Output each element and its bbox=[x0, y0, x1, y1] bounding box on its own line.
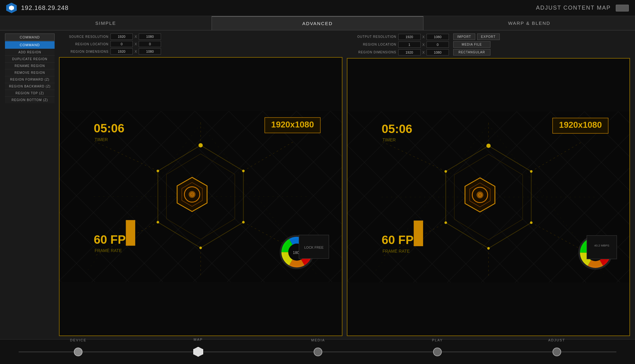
svg-point-31 bbox=[199, 246, 202, 249]
menu-rename-region[interactable]: RENAME REGION bbox=[5, 62, 55, 69]
step-media-label: MEDIA bbox=[311, 338, 325, 342]
svg-point-65 bbox=[486, 144, 490, 148]
region-dim-right-y[interactable] bbox=[427, 49, 449, 55]
step-device-label: DEVICE bbox=[70, 338, 87, 342]
top-bar-right: ADJUST CONTENT MAP bbox=[536, 5, 629, 11]
svg-text:40.2 MBPS: 40.2 MBPS bbox=[594, 244, 609, 247]
region-dim-left-x[interactable] bbox=[110, 48, 133, 55]
output-res-x[interactable] bbox=[398, 34, 421, 40]
step-device-indicator bbox=[74, 348, 83, 356]
svg-text:LOCK FREE: LOCK FREE bbox=[304, 246, 324, 249]
svg-text:1920x1080: 1920x1080 bbox=[559, 120, 602, 130]
step-map-label: MAP bbox=[194, 338, 203, 341]
toggle-button[interactable] bbox=[616, 5, 629, 11]
svg-rect-34 bbox=[126, 220, 135, 246]
menu-region-top[interactable]: REGION TOP (Z) bbox=[5, 90, 55, 96]
menu-region-forward[interactable]: REGION FORWARD (Z) bbox=[5, 76, 55, 83]
svg-point-70 bbox=[444, 170, 447, 173]
svg-point-67 bbox=[530, 221, 532, 224]
page-title: ADJUST CONTENT MAP bbox=[536, 5, 611, 11]
menu-region-backward[interactable]: REGION BACKWARD (Z) bbox=[5, 83, 55, 90]
left-panel-controls: SOURCE RESOLUTION X REGION LOCATION X RE… bbox=[59, 33, 342, 55]
svg-text:05:06: 05:06 bbox=[382, 122, 412, 135]
region-dim-left-y[interactable] bbox=[139, 48, 161, 55]
region-location-right-label: REGION LOCATION bbox=[347, 43, 396, 46]
step-play-label: PLAY bbox=[432, 338, 443, 342]
left-preview-inner: ⚙ 1920x1080 05:06 TIMER 60 FPS FRAME RAT… bbox=[60, 58, 342, 335]
menu-region-bottom[interactable]: REGION BOTTOM (Z) bbox=[5, 96, 55, 103]
step-media-indicator bbox=[314, 348, 322, 356]
region-location-left-row: REGION LOCATION X bbox=[59, 41, 342, 47]
tab-warp-blend[interactable]: WARP & BLEND bbox=[423, 16, 635, 30]
left-preview-panel: SOURCE RESOLUTION X REGION LOCATION X RE… bbox=[59, 33, 342, 336]
svg-text:05:06: 05:06 bbox=[94, 122, 124, 135]
region-loc-right-x[interactable] bbox=[398, 42, 421, 48]
svg-text:FRAME RATE: FRAME RATE bbox=[382, 249, 409, 254]
source-res-y[interactable] bbox=[139, 33, 161, 40]
tabs-bar: SIMPLE ADVANCED WARP & BLEND bbox=[0, 16, 635, 30]
tab-advanced[interactable]: ADVANCED bbox=[212, 16, 424, 30]
region-location-left-label: REGION LOCATION bbox=[59, 42, 109, 46]
source-resolution-row: SOURCE RESOLUTION X bbox=[59, 33, 342, 40]
region-loc-left-x[interactable] bbox=[110, 41, 133, 47]
region-dimensions-right-row: REGION DIMENSIONS X RECTANGULAR bbox=[347, 49, 630, 55]
menu-duplicate-region[interactable]: DUPLICATE REGION bbox=[5, 55, 55, 62]
output-resolution-label: OUTPUT RESOLUTION bbox=[347, 35, 396, 38]
ip-address: 192.168.29.248 bbox=[21, 4, 69, 11]
svg-point-33 bbox=[157, 170, 159, 172]
step-map[interactable]: MAP bbox=[193, 347, 203, 357]
svg-point-69 bbox=[444, 221, 447, 224]
svg-text:FRAME RATE: FRAME RATE bbox=[95, 248, 122, 253]
output-res-y[interactable] bbox=[427, 34, 449, 40]
step-media[interactable]: MEDIA bbox=[314, 348, 322, 356]
menu-remove-region[interactable]: REMOVE REGION bbox=[5, 69, 55, 76]
menu-add-region[interactable]: ADD REGION bbox=[5, 49, 55, 55]
svg-text:1920x1080: 1920x1080 bbox=[271, 120, 314, 129]
import-export-row: IMPORT EXPORT bbox=[453, 33, 500, 40]
svg-point-28 bbox=[199, 143, 203, 148]
command-dropdown[interactable]: COMMAND bbox=[5, 33, 55, 41]
step-map-indicator bbox=[193, 347, 203, 357]
region-dimensions-left-row: REGION DIMENSIONS X bbox=[59, 48, 342, 55]
source-res-x[interactable] bbox=[110, 33, 133, 40]
svg-point-66 bbox=[530, 170, 532, 173]
step-play[interactable]: PLAY bbox=[433, 348, 442, 356]
logo-inner bbox=[9, 6, 14, 11]
region-dim-right-x[interactable] bbox=[398, 49, 421, 55]
svg-rect-72 bbox=[587, 236, 616, 259]
step-play-indicator bbox=[433, 348, 442, 356]
step-adjust-indicator bbox=[552, 348, 561, 356]
svg-text:TIMER: TIMER bbox=[95, 137, 108, 142]
svg-text:TIMER: TIMER bbox=[382, 138, 396, 142]
main-content: COMMAND COMMAND ADD REGION DUPLICATE REG… bbox=[0, 30, 635, 339]
progress-steps: DEVICE MAP MEDIA PLAY ADJUST bbox=[19, 347, 616, 357]
top-bar-left: 192.168.29.248 bbox=[6, 3, 69, 13]
right-preview-inner: ⚙ 1920x1080 05:06 TIMER 60 FPS FRAME RAT… bbox=[347, 59, 630, 335]
command-selected[interactable]: COMMAND bbox=[5, 41, 55, 49]
media-file-button[interactable]: MEDIA FILE bbox=[453, 41, 490, 48]
tab-simple[interactable]: SIMPLE bbox=[0, 16, 212, 30]
export-button[interactable]: EXPORT bbox=[477, 33, 500, 40]
region-loc-left-y[interactable] bbox=[139, 41, 161, 47]
output-resolution-row: OUTPUT RESOLUTION X IMPORT EXPORT bbox=[347, 33, 630, 40]
import-button[interactable]: IMPORT bbox=[453, 33, 475, 40]
svg-point-30 bbox=[242, 221, 244, 224]
app-logo bbox=[6, 3, 17, 13]
svg-rect-71 bbox=[414, 220, 423, 246]
step-adjust[interactable]: ADJUST bbox=[552, 348, 561, 356]
left-menu-panel: COMMAND COMMAND ADD REGION DUPLICATE REG… bbox=[5, 33, 55, 336]
region-loc-right-y[interactable] bbox=[427, 42, 449, 48]
svg-point-32 bbox=[157, 221, 159, 224]
step-device[interactable]: DEVICE bbox=[74, 348, 83, 356]
svg-point-68 bbox=[487, 247, 490, 250]
svg-text:⚙: ⚙ bbox=[190, 191, 195, 198]
region-dimensions-right-label: REGION DIMENSIONS bbox=[347, 51, 396, 54]
right-preview-area[interactable]: ⚙ 1920x1080 05:06 TIMER 60 FPS FRAME RAT… bbox=[347, 58, 630, 336]
source-resolution-label: SOURCE RESOLUTION bbox=[59, 35, 109, 38]
rectangular-button[interactable]: RECTANGULAR bbox=[453, 49, 490, 55]
bottom-bar: DEVICE MAP MEDIA PLAY ADJUST bbox=[0, 339, 635, 364]
region-location-right-row: REGION LOCATION X MEDIA FILE bbox=[347, 41, 630, 48]
region-dimensions-left-label: REGION DIMENSIONS bbox=[59, 50, 109, 53]
left-preview-area[interactable]: ⚙ 1920x1080 05:06 TIMER 60 FPS FRAME RAT… bbox=[59, 57, 342, 336]
svg-text:⚙: ⚙ bbox=[477, 192, 482, 198]
